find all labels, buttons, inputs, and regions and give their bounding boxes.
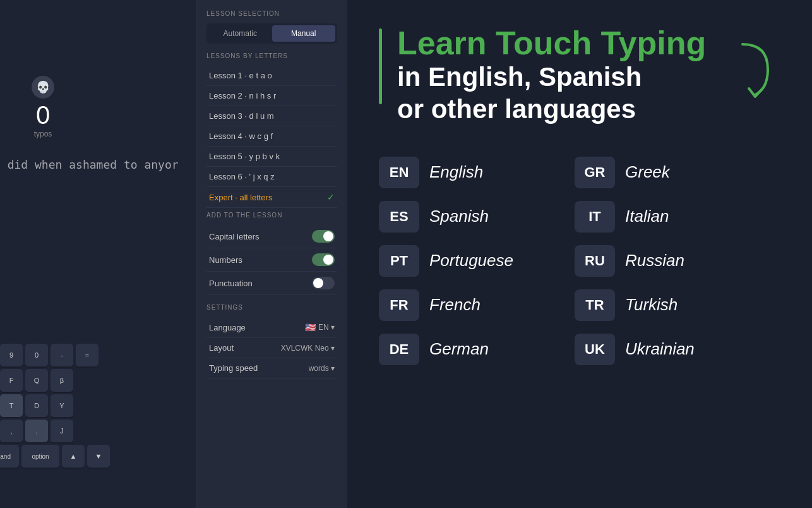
lang-it[interactable]: IT Italian <box>575 195 770 239</box>
lesson-selection-label: LESSON SELECTION <box>206 10 337 17</box>
lang-name-tr: Turkish <box>625 295 678 315</box>
language-value[interactable]: 🇺🇸 EN ▾ <box>305 322 335 332</box>
flag-icon: 🇺🇸 <box>305 322 316 332</box>
lang-de[interactable]: DE German <box>379 327 575 372</box>
lang-gr[interactable]: GR Greek <box>575 150 770 195</box>
skull-icon: 💀 <box>32 76 54 99</box>
automatic-toggle[interactable]: Automatic <box>208 25 272 42</box>
typing-text: e did when ashamed to anyor <box>0 158 179 171</box>
key-command[interactable]: command <box>0 445 19 468</box>
expert-checkmark: ✓ <box>327 192 335 202</box>
lang-name-de: German <box>429 339 489 359</box>
lesson-5[interactable]: Lesson 5 · y p b v k <box>206 147 337 167</box>
key-q[interactable]: Q <box>25 369 48 392</box>
arrow-decoration <box>730 38 780 104</box>
lang-name-es: Spanish <box>429 207 489 226</box>
key-0[interactable]: 0 <box>25 344 48 366</box>
lang-name-gr: Greek <box>625 162 670 182</box>
lang-name-pt: Portuguese <box>429 251 513 270</box>
lang-badge-es: ES <box>379 201 419 233</box>
key-j[interactable]: J <box>51 420 73 442</box>
typing-speed-row: Typing speed words ▾ <box>206 358 337 378</box>
lang-en[interactable]: EN English <box>379 150 575 195</box>
key-f[interactable]: F <box>0 369 23 392</box>
key-equals[interactable]: = <box>76 344 99 366</box>
language-row: Language 🇺🇸 EN ▾ <box>206 317 337 338</box>
key-9[interactable]: 9 <box>0 344 23 366</box>
capital-letters-row: Capital letters <box>206 225 337 248</box>
keyboard-area: 8 9 0 - = G F Q β R T D Y M , . J comman… <box>0 344 196 470</box>
typos-label: typos <box>34 130 52 138</box>
numbers-row: Numbers <box>206 248 337 272</box>
capital-letters-toggle[interactable] <box>312 230 335 243</box>
key-d[interactable]: D <box>25 394 48 417</box>
key-row-numbers: 8 9 0 - = <box>0 344 196 366</box>
lang-ru[interactable]: RU Russian <box>575 239 770 283</box>
key-row-modifiers: command option ▲ ▼ <box>0 445 196 468</box>
numbers-label: Numbers <box>209 255 242 265</box>
key-down[interactable]: ▼ <box>87 445 110 468</box>
hero-section: Learn Touch Typing in English, Spanish o… <box>379 25 780 125</box>
hero-subtitle-1: in English, Spanish <box>397 61 706 93</box>
layout-row: Layout XVLCWK Neo ▾ <box>206 338 337 358</box>
lesson-panel: LESSON SELECTION Automatic Manual LESSON… <box>196 0 347 508</box>
lang-badge-tr: TR <box>575 289 615 321</box>
lang-name-en: English <box>429 162 483 182</box>
lesson-2[interactable]: Lesson 2 · n i h s r <box>206 86 337 106</box>
lang-uk[interactable]: UK Ukrainian <box>575 327 770 372</box>
key-minus[interactable]: - <box>51 344 73 366</box>
numbers-toggle[interactable] <box>312 253 335 266</box>
lang-badge-ru: RU <box>575 245 615 277</box>
lang-name-uk: Ukrainian <box>625 339 695 359</box>
lang-badge-fr: FR <box>379 289 419 321</box>
lesson-6[interactable]: Lesson 6 · ' j x q z <box>206 167 337 187</box>
lang-fr[interactable]: FR French <box>379 283 575 327</box>
curved-arrow-icon <box>730 38 780 101</box>
manual-toggle[interactable]: Manual <box>272 25 336 42</box>
key-up[interactable]: ▲ <box>62 445 85 468</box>
language-code: EN ▾ <box>318 323 335 332</box>
lesson-expert[interactable]: Expert · all letters ✓ <box>206 187 337 208</box>
language-selection-panel: Learn Touch Typing in English, Spanish o… <box>347 0 812 508</box>
typos-count: 0 <box>36 101 50 130</box>
add-to-lesson-label: ADD TO THE LESSON <box>206 212 337 219</box>
lang-tr[interactable]: TR Turkish <box>575 283 770 327</box>
lesson-mode-toggle[interactable]: Automatic Manual <box>206 23 337 44</box>
lang-es[interactable]: ES Spanish <box>379 195 575 239</box>
key-comma[interactable]: , <box>0 420 23 442</box>
punctuation-toggle[interactable] <box>312 277 335 289</box>
key-beta[interactable]: β <box>51 369 73 392</box>
hero-title: Learn Touch Typing <box>397 25 706 61</box>
lang-name-it: Italian <box>625 207 669 226</box>
lang-name-ru: Russian <box>625 251 684 270</box>
punctuation-row: Punctuation <box>206 272 337 295</box>
key-row-bottom: M , . J <box>0 420 196 442</box>
expert-label: Expert · all letters <box>209 193 272 202</box>
lang-badge-pt: PT <box>379 245 419 277</box>
keyboard-panel: 💀 0 typos e did when ashamed to anyor 8 … <box>0 0 196 508</box>
key-option[interactable]: option <box>21 445 59 468</box>
hero-subtitle-2: or other languages <box>397 94 706 125</box>
key-t[interactable]: T <box>0 394 23 417</box>
languages-grid: EN English GR Greek ES Spanish IT Italia… <box>379 150 770 372</box>
typing-speed-label: Typing speed <box>209 363 258 373</box>
key-y[interactable]: Y <box>51 394 73 417</box>
lang-name-fr: French <box>429 295 481 315</box>
lesson-1[interactable]: Lesson 1 · e t a o <box>206 66 337 86</box>
lesson-4[interactable]: Lesson 4 · w c g f <box>206 126 337 147</box>
settings-label: SETTINGS <box>206 304 337 311</box>
hero-text: Learn Touch Typing in English, Spanish o… <box>397 25 706 125</box>
language-label: Language <box>209 323 246 332</box>
lang-badge-en: EN <box>379 157 419 188</box>
key-period[interactable]: . <box>25 420 48 442</box>
lang-pt[interactable]: PT Portuguese <box>379 239 575 283</box>
lesson-3[interactable]: Lesson 3 · d l u m <box>206 106 337 126</box>
lang-badge-gr: GR <box>575 157 615 188</box>
lang-badge-de: DE <box>379 334 419 365</box>
key-row-rtdy: R T D Y <box>0 394 196 417</box>
punctuation-label: Punctuation <box>209 279 253 288</box>
layout-label: Layout <box>209 343 234 353</box>
typos-display: 💀 0 typos <box>32 76 54 138</box>
layout-value[interactable]: XVLCWK Neo ▾ <box>281 344 335 353</box>
typing-speed-value[interactable]: words ▾ <box>309 364 335 373</box>
